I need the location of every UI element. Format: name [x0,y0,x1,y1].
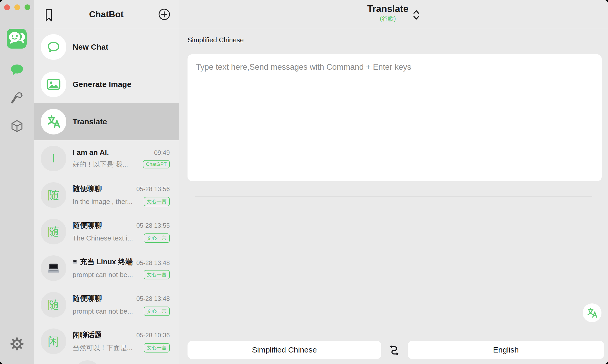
chat-preview: 好的！以下是“我... [73,160,128,169]
app-window: ChatBot New Chat [0,0,608,364]
sidebar: ChatBot New Chat [34,0,179,364]
sidebar-item-label: Translate [73,117,107,126]
sidebar-item-generate-image[interactable]: Generate Image [34,66,179,103]
chat-content: 随便聊聊 05-28 13:55 The Chinese text i... 文… [73,220,179,243]
settings-button[interactable] [0,337,34,351]
translate-panel: Translate (谷歌) Simplified Chinese Simpli… [179,0,608,364]
provider-subtitle: (谷歌) [367,15,408,23]
translate-zh-en-icon [46,115,61,129]
chat-avatar: 随 [41,292,66,318]
cube-icon [10,119,24,133]
chat-list-item[interactable]: 随 随便聊聊 05-28 13:48 prompt can not be... … [34,286,179,323]
hammer-icon [10,91,24,105]
minimize-button[interactable] [14,4,20,10]
chat-list-item[interactable]: 闲 闲聊话题 05-28 10:36 当然可以！下面是... 文心一言 [34,323,179,360]
chat-avatar [41,255,66,281]
model-badge: 文心一言 [144,343,170,353]
generate-image-icon [46,78,61,90]
chat-avatar: I [41,146,66,171]
chat-content: 充当 Linux 终端 05-28 13:48 prompt can not b… [73,257,179,279]
target-language-button[interactable]: English [408,341,604,359]
chat-preview: 当然可以！下面是... [73,343,133,353]
window-controls [4,4,30,10]
model-badge: ChatGPT [143,160,170,168]
sidebar-item-new-chat[interactable]: New Chat [34,28,179,66]
model-badge: 文心一言 [144,307,170,316]
chat-title: I am an AI. [73,148,109,157]
new-chat-bubble-icon [47,40,60,54]
model-badge: 文心一言 [144,197,170,206]
sidebar-item-label: Generate Image [73,80,131,89]
translate-zh-en-icon [587,307,598,318]
chat-time: 05-28 13:56 [136,185,170,193]
chat-content: I am an AI. 09:49 好的！以下是“我... ChatGPT [73,148,179,169]
chevron-up-down-icon [412,9,420,20]
laptop-emoji-icon [47,263,60,273]
floating-translate-button[interactable] [583,303,601,322]
rail-plugins-button[interactable] [0,119,34,133]
chat-avatar: 随 [41,219,66,244]
chat-content: 随便聊聊 05-28 13:56 In the image , ther... … [73,184,179,206]
generate-image-avatar [41,72,66,97]
chatbot-app-icon[interactable] [7,29,27,49]
chat-avatar: 随 [41,182,66,208]
chat-list-item-partial[interactable] [75,360,100,364]
mode-selector-chevrons[interactable] [412,9,420,21]
chat-title-text: 充当 Linux 终端 [80,257,133,267]
source-language-button[interactable]: Simplified Chinese [188,341,381,359]
chat-list-item[interactable]: I I am an AI. 09:49 好的！以下是“我... ChatGPT [34,140,179,177]
chat-time: 09:49 [154,149,170,156]
chat-time: 05-28 13:48 [136,259,170,267]
result-divider [195,196,592,197]
avatar-letter: 随 [48,224,59,239]
chat-list-item[interactable]: 随 随便聊聊 05-28 13:55 The Chinese text i...… [34,213,179,250]
chat-avatar: 闲 [41,328,66,354]
chat-list-item[interactable]: 充当 Linux 终端 05-28 13:48 prompt can not b… [34,250,179,286]
rail-chat-button[interactable] [0,63,34,77]
chat-preview: In the image , ther... [73,198,133,206]
gear-icon [10,337,24,351]
chat-time: 05-28 13:55 [136,222,170,229]
sidebar-title: ChatBot [34,0,179,28]
avatar-letter: 随 [48,187,59,203]
main-header: Translate (谷歌) [179,0,608,28]
laptop-emoji-icon [73,259,77,265]
rail-tools-button[interactable] [0,91,34,105]
chat-preview: The Chinese text i... [73,234,133,242]
translate-avatar [41,109,66,134]
chat-content: 随便聊聊 05-28 13:48 prompt can not be... 文心… [73,293,179,316]
chat-preview: prompt can not be... [73,271,133,279]
close-button[interactable] [4,4,10,10]
bookmark-button[interactable] [45,9,52,23]
left-rail [0,0,34,364]
translate-input[interactable] [188,54,602,181]
sidebar-header: ChatBot [34,0,179,28]
source-language-label: Simplified Chinese [188,36,244,44]
new-chat-avatar [41,34,66,60]
chat-time: 05-28 10:36 [136,332,170,339]
chat-preview: prompt can not be... [73,307,133,315]
new-conversation-button[interactable] [158,8,170,21]
sidebar-item-translate[interactable]: Translate [34,103,179,140]
chat-list-item[interactable]: 随 随便聊聊 05-28 13:56 In the image , ther..… [34,177,179,213]
swap-languages-button[interactable] [387,342,402,358]
chat-faces-icon [7,29,27,49]
avatar-letter: 随 [48,297,59,313]
chat-title: 随便聊聊 [73,293,102,303]
bookmark-icon [45,9,52,22]
translate-input-card [188,54,602,181]
chat-title: 随便聊聊 [73,220,102,230]
swap-languages-icon [389,342,400,357]
chat-bubble-icon [10,64,24,76]
avatar-letter: I [52,152,55,165]
mode-selector[interactable]: Translate (谷歌) [367,4,408,23]
chat-title: 充当 Linux 终端 [73,257,133,267]
avatar-letter: 闲 [48,334,59,349]
chat-time: 05-28 13:48 [136,295,170,302]
chat-title: 闲聊话题 [73,330,102,340]
model-badge: 文心一言 [144,233,170,243]
model-badge: 文心一言 [144,270,170,279]
zoom-button[interactable] [25,4,30,10]
plus-circle-icon [158,8,170,20]
sidebar-item-label: New Chat [73,43,108,51]
